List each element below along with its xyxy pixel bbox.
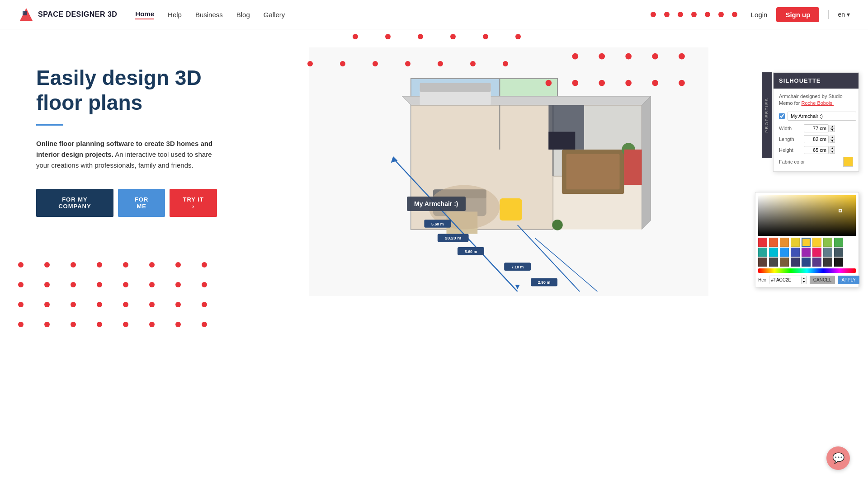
fabric-color-row: Fabric color	[779, 157, 853, 167]
hero-description: Online floor planning software to create…	[36, 138, 217, 171]
width-up[interactable]: ▲	[830, 125, 835, 128]
dot	[175, 322, 181, 327]
swatch-violet[interactable]	[812, 258, 821, 267]
dot	[18, 322, 24, 327]
color-gradient-overlay	[758, 195, 856, 236]
hex-input-wrap: ▲ ▼	[769, 276, 807, 284]
length-input[interactable]	[804, 135, 829, 143]
nav-home[interactable]: Home	[135, 10, 154, 19]
svg-rect-18	[566, 154, 620, 190]
svg-rect-20	[420, 83, 491, 92]
svg-text:7.10 m: 7.10 m	[511, 265, 524, 269]
dot	[483, 34, 488, 39]
hex-up[interactable]: ▲	[801, 277, 807, 280]
hex-input[interactable]	[769, 276, 801, 284]
logo-icon	[18, 6, 34, 23]
svg-point-42	[572, 53, 578, 60]
length-spinners: ▲ ▼	[830, 136, 835, 143]
cta-buttons: FOR MY COMPANY FOR ME TRY IT ›	[36, 189, 217, 217]
main-nav: Home Help Business Blog Gallery	[135, 10, 285, 19]
color-apply-button[interactable]: APPLY	[838, 276, 859, 284]
header-dots-row1	[651, 12, 737, 17]
hero-title: Easily design 3D floor plans	[36, 66, 217, 115]
dot	[450, 34, 456, 39]
length-down[interactable]: ▼	[830, 139, 835, 143]
swatch-lime[interactable]	[823, 238, 832, 247]
nav-business[interactable]: Business	[195, 11, 223, 19]
dot	[405, 61, 410, 66]
swatch-amber[interactable]	[780, 238, 789, 247]
height-label: Height	[779, 147, 804, 153]
svg-rect-2	[23, 11, 27, 15]
svg-rect-26	[624, 150, 642, 185]
panel-body: Armchair designed by Studio Memo for Roc…	[774, 89, 859, 171]
length-up[interactable]: ▲	[830, 136, 835, 139]
dots-row2	[353, 34, 521, 39]
svg-text:2.90 m: 2.90 m	[538, 280, 551, 285]
color-cancel-button[interactable]: CANCEL	[810, 276, 835, 284]
svg-point-43	[599, 53, 605, 60]
width-row: Width ▲ ▼	[779, 124, 853, 132]
logo[interactable]: SPACE DESIGNER 3D	[18, 6, 117, 23]
hex-down[interactable]: ▼	[801, 280, 807, 284]
swatch-yellow[interactable]	[791, 238, 800, 247]
swatch-pink[interactable]	[812, 248, 821, 257]
swatch-red[interactable]	[758, 238, 767, 247]
swatch-green[interactable]	[834, 238, 843, 247]
nav-gallery[interactable]: Gallery	[264, 11, 285, 19]
svg-text:20.20 m: 20.20 m	[445, 235, 461, 240]
panel-name-input[interactable]	[788, 112, 856, 121]
length-label: Length	[779, 136, 804, 142]
dot	[651, 12, 656, 17]
dot	[123, 322, 128, 327]
chat-bubble[interactable]: 💬	[826, 446, 850, 470]
panel-name-checkbox[interactable]	[779, 113, 785, 119]
swatch-brown[interactable]	[758, 258, 767, 267]
panel-title: SILHOUETTE	[774, 73, 859, 89]
swatch-black[interactable]	[834, 258, 843, 267]
login-button[interactable]: Login	[751, 11, 768, 19]
dot	[732, 12, 737, 17]
color-hue-bar[interactable]	[758, 268, 856, 273]
dot	[515, 34, 521, 39]
swatch-bluegray[interactable]	[823, 248, 832, 257]
nav-blog[interactable]: Blog	[236, 11, 250, 19]
try-it-button[interactable]: TRY IT ›	[170, 189, 217, 217]
color-gradient[interactable]	[758, 195, 856, 236]
svg-point-50	[625, 80, 632, 86]
swatch-teal[interactable]	[758, 248, 767, 257]
nav-help[interactable]: Help	[168, 11, 182, 19]
panel-link[interactable]: Roche Bobois.	[802, 100, 834, 106]
swatch-nearblack[interactable]	[823, 258, 832, 267]
language-selector[interactable]: en ▾	[838, 11, 850, 18]
swatch-gold-active[interactable]	[802, 238, 811, 247]
hex-label: Hex	[758, 277, 766, 282]
fabric-swatch[interactable]	[843, 157, 853, 167]
width-input[interactable]	[804, 124, 829, 132]
width-down[interactable]: ▼	[830, 128, 835, 132]
swatch-cyan[interactable]	[769, 248, 778, 257]
swatch-indigo[interactable]	[791, 248, 800, 257]
swatch-blue[interactable]	[780, 248, 789, 257]
swatch-orange[interactable]	[769, 238, 778, 247]
dots-row3	[307, 61, 508, 66]
swatch-tan[interactable]	[780, 258, 789, 267]
height-input[interactable]	[804, 146, 829, 154]
properties-strip: PROPERTIES	[762, 72, 772, 158]
for-me-button[interactable]: FOR ME	[118, 189, 165, 217]
height-down[interactable]: ▼	[830, 150, 835, 154]
hero-left: Easily design 3D floor plans Online floo…	[0, 29, 235, 310]
signup-button[interactable]: Sign up	[776, 7, 819, 22]
dot	[307, 61, 313, 66]
svg-point-45	[652, 53, 658, 60]
dot	[503, 61, 508, 66]
height-up[interactable]: ▲	[830, 146, 835, 150]
swatch-gold2[interactable]	[812, 238, 821, 247]
for-my-company-button[interactable]: FOR MY COMPANY	[36, 189, 113, 217]
swatch-darkbrown[interactable]	[769, 258, 778, 267]
swatch-darkgray[interactable]	[834, 248, 843, 257]
swatch-purple[interactable]	[802, 248, 811, 257]
floorplan-svg: 5.60 m 5.60 m 20.20 m 7.10 m 2.90 m	[258, 47, 760, 296]
swatch-blue2[interactable]	[802, 258, 811, 267]
swatch-navy[interactable]	[791, 258, 800, 267]
